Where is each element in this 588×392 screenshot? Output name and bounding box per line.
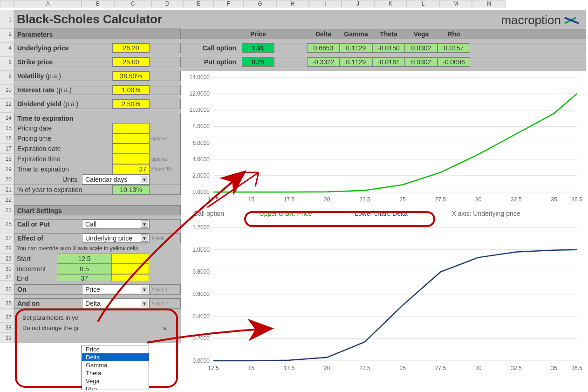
svg-text:2.0000: 2.0000 xyxy=(192,172,210,179)
strike-price-input[interactable]: 25.00 xyxy=(112,57,150,67)
dividend-yield-label: Dividend yield (p.a.) xyxy=(14,100,82,108)
strike-price-label: Strike price xyxy=(14,58,82,66)
row-31[interactable]: 31 xyxy=(0,274,14,281)
call-rho: 0.0157 xyxy=(438,43,470,53)
pricing-date-input[interactable] xyxy=(112,123,150,133)
pricing-time-input[interactable] xyxy=(112,133,150,144)
col-I[interactable]: I xyxy=(309,0,342,7)
col-N[interactable]: N xyxy=(472,0,506,7)
dropdown-option[interactable]: Vega xyxy=(82,377,149,385)
effect-of-dropdown[interactable]: Underlying price ▼ xyxy=(82,234,150,243)
dropdown-option[interactable]: Price xyxy=(82,345,149,353)
svg-text:10.0000: 10.0000 xyxy=(190,107,210,113)
time-exp-header: Time to expiration xyxy=(14,115,181,122)
row-33[interactable]: 33 xyxy=(0,284,14,295)
and-on-dropdown[interactable]: Delta ▼ xyxy=(82,299,150,308)
call-delta: 0.6653 xyxy=(307,43,340,53)
svg-text:20: 20 xyxy=(324,365,330,371)
time-to-exp-input[interactable]: 37 xyxy=(112,164,150,174)
start-override[interactable] xyxy=(112,254,149,264)
row-29[interactable]: 29 xyxy=(0,254,14,264)
and-on-dropdown-list[interactable]: Price Delta Gamma Theta Vega Rho xyxy=(82,345,149,390)
footer-note-1: Set parameters in ye xyxy=(14,312,181,323)
end-label: End xyxy=(14,275,57,281)
col-C[interactable]: C xyxy=(114,0,151,7)
dropdown-option[interactable]: Delta xyxy=(82,353,149,361)
svg-text:27.5: 27.5 xyxy=(435,196,446,203)
svg-text:12.0000: 12.0000 xyxy=(190,90,210,97)
increment-override[interactable] xyxy=(112,264,149,274)
col-K[interactable]: K xyxy=(374,0,407,7)
expiration-time-hint: optional xyxy=(150,157,181,162)
dropdown-arrow-icon: ▼ xyxy=(141,220,148,228)
row-20[interactable]: 20 xyxy=(0,174,14,185)
svg-text:12.5: 12.5 xyxy=(208,196,219,203)
row-headers: 1 2 4 6 8 10 12 14 15 16 17 18 19 20 21 … xyxy=(0,10,14,343)
row-6[interactable]: 6 xyxy=(0,57,14,67)
row-8[interactable]: 8 xyxy=(0,71,14,81)
on-dropdown[interactable]: Price ▼ xyxy=(82,285,150,294)
dropdown-option[interactable]: Rho xyxy=(82,385,149,390)
row-21[interactable]: 21 xyxy=(0,185,14,195)
svg-text:32.5: 32.5 xyxy=(511,365,522,371)
row-39[interactable]: 39 xyxy=(0,333,14,343)
dividend-yield-input[interactable]: 2.50% xyxy=(112,99,150,109)
row-18[interactable]: 18 xyxy=(0,154,14,164)
row-17[interactable]: 17 xyxy=(0,144,14,154)
volatility-label: Volatility (p.a.) xyxy=(14,72,82,80)
row-19[interactable]: 19 xyxy=(0,164,14,174)
underlying-price-label: Underlying price xyxy=(14,44,82,52)
col-D[interactable]: D xyxy=(151,0,183,7)
units-dropdown[interactable]: Calendar days ▼ xyxy=(82,174,150,185)
pricing-date-label: Pricing date xyxy=(14,124,82,132)
underlying-price-input[interactable]: 26.20 xyxy=(112,43,150,53)
row-16[interactable]: 16 xyxy=(0,133,14,144)
time-to-exp-hint: if both "Pri xyxy=(150,167,181,172)
row-15[interactable]: 15 xyxy=(0,123,14,133)
row-23[interactable]: 23 xyxy=(0,205,14,215)
expiration-time-input[interactable] xyxy=(112,154,150,164)
row-28[interactable]: 28 xyxy=(0,243,14,254)
col-L[interactable]: L xyxy=(407,0,439,7)
row-38[interactable]: 38 xyxy=(0,323,14,333)
row-25[interactable]: 25 xyxy=(0,219,14,229)
put-delta: -0.3322 xyxy=(307,57,340,67)
dropdown-option[interactable]: Gamma xyxy=(82,361,149,369)
svg-text:25: 25 xyxy=(400,196,406,203)
header-rho: Rho xyxy=(438,30,470,38)
row-12[interactable]: 12 xyxy=(0,99,14,109)
time-to-exp-label: Time to expiration xyxy=(14,165,82,173)
row-2[interactable]: 2 xyxy=(0,29,14,39)
col-A[interactable]: A xyxy=(14,0,82,7)
row-27[interactable]: 27 xyxy=(0,233,14,243)
header-gamma: Gamma xyxy=(340,30,372,38)
and-on-value: Delta xyxy=(85,300,101,307)
row-1[interactable]: 1 xyxy=(0,10,14,29)
row-14[interactable]: 14 xyxy=(0,113,14,123)
row-35[interactable]: 35 xyxy=(0,298,14,309)
dropdown-option[interactable]: Theta xyxy=(82,369,149,377)
row-30[interactable]: 30 xyxy=(0,264,14,274)
interest-rate-input[interactable]: 1.00% xyxy=(112,85,150,95)
col-J[interactable]: J xyxy=(342,0,374,7)
row-4[interactable]: 4 xyxy=(0,43,14,53)
effect-of-hint: X axis xyxy=(150,236,181,241)
volatility-input[interactable]: 38.50% xyxy=(112,71,150,81)
col-H[interactable]: H xyxy=(276,0,309,7)
svg-text:0.2000: 0.2000 xyxy=(192,335,210,342)
header-vega: Vega xyxy=(405,30,438,38)
row-37[interactable]: 37 xyxy=(0,312,14,323)
increment-value: 0.5 xyxy=(57,264,112,274)
row-22[interactable]: 22 xyxy=(0,195,14,205)
row-10[interactable]: 10 xyxy=(0,85,14,95)
on-value: Price xyxy=(85,286,100,293)
col-E[interactable]: E xyxy=(183,0,213,7)
svg-text:14.0000: 14.0000 xyxy=(190,74,210,81)
col-M[interactable]: M xyxy=(439,0,472,7)
col-B[interactable]: B xyxy=(82,0,114,7)
end-override[interactable] xyxy=(112,274,149,281)
call-or-put-dropdown[interactable]: Call ▼ xyxy=(82,220,150,229)
col-F[interactable]: F xyxy=(213,0,244,7)
col-G[interactable]: G xyxy=(244,0,276,7)
expiration-date-input[interactable] xyxy=(112,144,150,154)
